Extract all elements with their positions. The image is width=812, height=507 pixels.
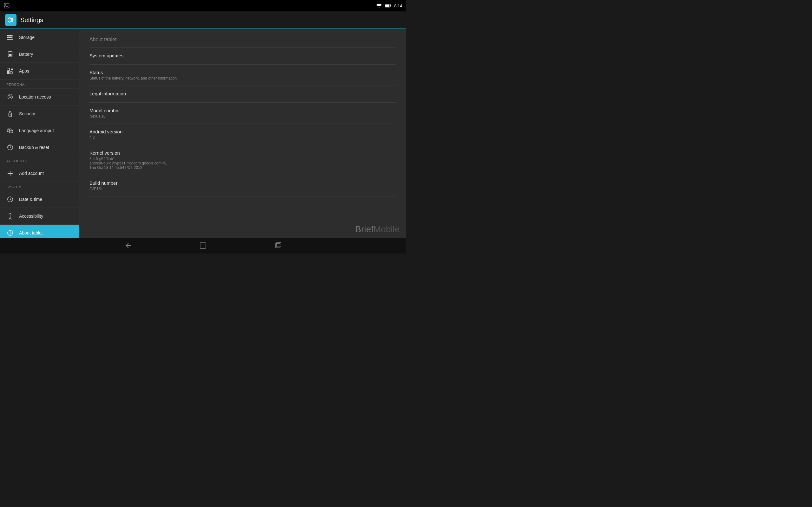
about-icon — [6, 229, 14, 237]
sidebar-item-battery[interactable]: Battery — [0, 46, 79, 63]
svg-rect-13 — [7, 39, 13, 40]
nav-recents-button[interactable] — [272, 240, 284, 251]
storage-icon — [6, 34, 14, 41]
sidebar-item-storage[interactable]: Storage — [0, 29, 79, 46]
content-item-legal[interactable]: Legal information — [90, 86, 396, 103]
svg-point-10 — [9, 21, 11, 22]
backup-icon — [6, 144, 14, 151]
content-item-buildnumber-value: JVP15I — [90, 187, 396, 191]
sidebar-security-label: Security — [19, 111, 35, 116]
status-bar: 8:14 — [0, 0, 406, 11]
sidebar-item-datetime[interactable]: Date & time — [0, 191, 79, 208]
section-header-accounts: ACCOUNTS — [0, 156, 79, 165]
content-item-androidversion: Android version 4.2 — [90, 124, 396, 145]
svg-point-35 — [9, 213, 11, 214]
sidebar-datetime-label: Date & time — [19, 197, 42, 202]
content-item-kernelversion-title: Kernel version — [90, 150, 396, 156]
sidebar-item-accessibility[interactable]: Accessibility — [0, 208, 79, 225]
svg-point-9 — [11, 19, 13, 21]
content-item-status[interactable]: Status Status of the battery, network, a… — [90, 65, 396, 86]
svg-point-8 — [9, 18, 10, 19]
settings-app-icon — [5, 14, 16, 26]
content-item-kernelversion: Kernel version 3.4.5-g52f6ab1 android-bu… — [90, 145, 396, 175]
sidebar-backup-label: Backup & reset — [19, 145, 49, 150]
battery-icon — [6, 50, 14, 58]
sidebar-storage-label: Storage — [19, 35, 35, 40]
svg-rect-39 — [200, 243, 206, 248]
sidebar-item-abouttablet[interactable]: About tablet — [0, 225, 79, 238]
sidebar-battery-label: Battery — [19, 52, 33, 57]
top-bar: Settings — [0, 11, 406, 29]
section-header-system: SYSTEM — [0, 182, 79, 191]
main-layout: Storage Battery — [0, 29, 406, 238]
sidebar-addaccount-label: Add account — [19, 171, 44, 176]
content-item-androidversion-value: 4.2 — [90, 135, 396, 140]
content-item-kernelversion-value: 3.4.5-g52f6ab1 android-build@vpbs1.mtv.c… — [90, 157, 396, 170]
content-item-androidversion-title: Android version — [90, 129, 396, 134]
page-title: Settings — [20, 16, 43, 24]
image-icon — [4, 3, 9, 9]
content-item-buildnumber-title: Build number — [90, 180, 396, 186]
status-bar-time: 8:14 — [394, 3, 402, 8]
sidebar-item-backup[interactable]: Backup & reset — [0, 139, 79, 156]
svg-point-15 — [12, 38, 13, 38]
accessibility-icon — [6, 212, 14, 220]
content-item-modelnumber-title: Model number — [90, 108, 396, 113]
sidebar-language-label: Language & input — [19, 128, 54, 133]
content-area: About tablet System updates Status Statu… — [79, 29, 406, 238]
wifi-icon — [376, 3, 382, 8]
svg-rect-40 — [275, 243, 280, 248]
svg-line-34 — [10, 199, 11, 200]
svg-point-23 — [10, 96, 11, 97]
sidebar-accessibility-label: Accessibility — [19, 214, 43, 219]
apps-icon — [6, 67, 14, 75]
svg-rect-20 — [7, 71, 9, 74]
svg-rect-41 — [276, 242, 281, 247]
status-bar-left — [4, 3, 9, 9]
nav-bar — [0, 238, 406, 253]
svg-point-14 — [12, 36, 13, 36]
section-header-personal: PERSONAL — [0, 79, 79, 89]
sidebar-location-label: Location access — [19, 95, 51, 100]
add-account-icon — [6, 170, 14, 177]
sidebar: Storage Battery — [0, 29, 79, 238]
content-item-modelnumber-value: Nexus 10 — [90, 114, 396, 118]
status-bar-right: 8:14 — [376, 3, 402, 8]
svg-point-25 — [10, 114, 11, 115]
sidebar-abouttablet-label: About tablet — [19, 230, 43, 235]
svg-rect-18 — [9, 54, 11, 56]
content-item-buildnumber: Build number JVP15I — [90, 175, 396, 196]
svg-rect-3 — [391, 5, 391, 7]
battery-status-icon — [385, 3, 392, 8]
svg-rect-19 — [7, 68, 9, 71]
svg-rect-28 — [9, 130, 13, 133]
svg-rect-4 — [386, 4, 390, 7]
content-title: About tablet — [90, 37, 396, 43]
content-item-systemupdates-title: System updates — [90, 53, 396, 58]
content-item-status-subtitle: Status of the battery, network, and othe… — [90, 76, 396, 80]
nav-home-button[interactable] — [197, 240, 209, 251]
content-item-systemupdates[interactable]: System updates — [90, 48, 396, 65]
content-item-modelnumber: Model number Nexus 10 — [90, 103, 396, 124]
language-icon — [6, 127, 14, 134]
content-item-legal-title: Legal information — [90, 91, 396, 96]
datetime-icon — [6, 195, 14, 203]
svg-point-38 — [10, 231, 10, 232]
sidebar-apps-label: Apps — [19, 68, 29, 73]
svg-point-1 — [5, 4, 6, 5]
sidebar-item-location[interactable]: Location access — [0, 89, 79, 106]
nav-back-button[interactable] — [122, 240, 134, 251]
content-item-status-title: Status — [90, 70, 396, 75]
sidebar-item-addaccount[interactable]: Add account — [0, 165, 79, 182]
location-icon — [6, 93, 14, 101]
sidebar-item-security[interactable]: Security — [0, 106, 79, 122]
svg-point-21 — [10, 71, 13, 74]
sidebar-item-apps[interactable]: Apps — [0, 63, 79, 79]
sidebar-item-language[interactable]: Language & input — [0, 122, 79, 139]
security-icon — [6, 110, 14, 118]
